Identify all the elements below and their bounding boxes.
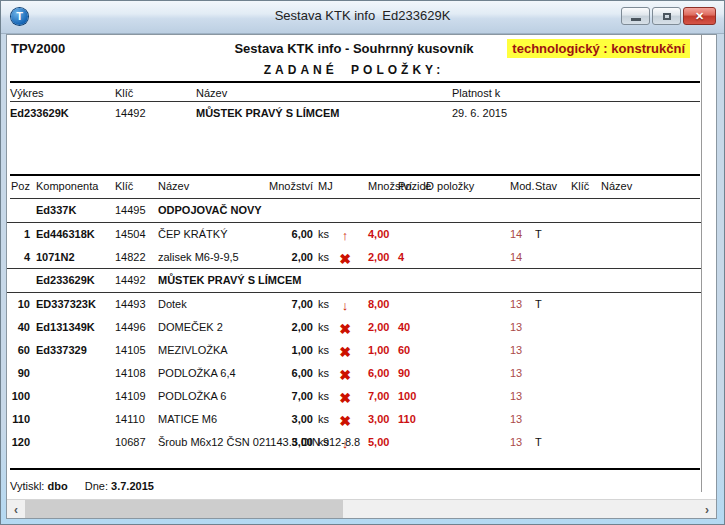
mj-value: ks	[318, 367, 329, 379]
komponenta-value: Ed446318K	[36, 228, 95, 240]
input-klic-value: 14492	[115, 107, 146, 119]
component-row[interactable]: 100141097,00ks7,0010013PODLOŽKA 6✖	[7, 385, 701, 408]
input-vykres-value: Ed233629K	[10, 107, 69, 119]
group-klic: 14492	[115, 274, 146, 286]
poz-value: 100	[8, 390, 30, 402]
nazev-value: ČEP KRÁTKÝ	[158, 228, 293, 241]
nazev-value: PODLOŽKA 6,4	[158, 367, 293, 380]
klic-value: 14105	[115, 344, 146, 356]
removed-icon: ✖	[334, 413, 356, 429]
group-nazev: ODPOJOVAČ NOVY	[158, 204, 262, 216]
scrollbar-track[interactable]	[343, 500, 698, 519]
mj-value: ks	[318, 344, 329, 356]
removed-icon: ✖	[334, 344, 356, 360]
removed-icon: ✖	[334, 251, 356, 267]
col-header-klic: Klíč	[115, 87, 133, 99]
group-klic: 14495	[115, 204, 146, 216]
print-info: Vytiskl: dbo Dne: 3.7.2015	[10, 480, 154, 492]
mod-value: 13	[510, 436, 522, 448]
stav-value: T	[535, 298, 542, 310]
increase-icon: ↑	[334, 228, 356, 243]
title-bar[interactable]: T Sestava KTK info Ed233629K ✕	[1, 1, 724, 34]
klic-value: 14109	[115, 390, 146, 402]
pozice-value: 40	[398, 321, 410, 333]
pozice-value: 100	[398, 390, 416, 402]
mj-value: ks	[318, 228, 329, 240]
component-row[interactable]: 1Ed446318K145046,00ks4,0014TČEP KRÁTKÝ↑	[7, 223, 701, 246]
main-table-body: Ed337K14495ODPOJOVAČ NOVY1Ed446318K14504…	[7, 199, 701, 471]
mnozstvi2-value: 2,00	[368, 321, 389, 333]
report-viewport: TPV2000 Sestava KTK info - Souhrnný kuso…	[6, 34, 717, 519]
main-col-header-11: Stav	[535, 180, 557, 192]
component-row[interactable]: 10ED337323K144937,00ks8,0013TDotek↓	[7, 293, 701, 316]
mod-value: 13	[510, 344, 522, 356]
divider-thick-main	[10, 174, 700, 176]
mnozstvi2-value: 4,00	[368, 228, 389, 240]
divider-thin	[10, 101, 700, 102]
nazev-value: Dotek	[158, 298, 293, 311]
app-window: T Sestava KTK info Ed233629K ✕ TPV2000 S…	[0, 0, 725, 525]
mnozstvi2-value: 6,00	[368, 367, 389, 379]
component-row[interactable]: 90141086,00ks6,009013PODLOŽKA 6,4✖	[7, 362, 701, 385]
komponenta-value: 1071N2	[36, 251, 75, 263]
pozice-value: 4	[398, 251, 404, 263]
component-row[interactable]: 120106873,00ks5,0013TŠroub M6x12 ČSN 021…	[7, 431, 701, 471]
komponenta-value: Ed131349K	[36, 321, 95, 333]
klic-value: 14110	[115, 413, 145, 425]
mod-value: 13	[510, 367, 522, 379]
window-frame: TPV2000 Sestava KTK info - Souhrnný kuso…	[1, 34, 724, 524]
mj-value: ks	[318, 413, 329, 425]
input-platnost-value: 29. 6. 2015	[452, 107, 507, 119]
vytiskl-value: dbo	[48, 480, 68, 492]
dne-label: Dne:	[85, 480, 108, 492]
klic-value: 14496	[115, 321, 146, 333]
mj-value: ks	[318, 321, 329, 333]
scroll-right-button[interactable]: ›	[698, 500, 716, 519]
component-row[interactable]: 41071N2148222,00ks2,00414zalisek M6-9-9,…	[7, 246, 701, 269]
mnozstvi2-value: 3,00	[368, 413, 389, 425]
minimize-icon	[631, 18, 641, 21]
col-header-vykres: Výkres	[10, 87, 44, 99]
poz-value: 10	[8, 298, 30, 310]
klic-value: 14108	[115, 367, 146, 379]
nazev-value: PODLOŽKA 6	[158, 390, 293, 403]
assembly-group-row[interactable]: Ed337K14495ODPOJOVAČ NOVY	[7, 199, 701, 223]
main-col-header-9: ID položky	[423, 180, 474, 192]
minimize-button[interactable]	[621, 7, 650, 25]
group-komponenta: Ed337K	[36, 204, 76, 216]
nazev-value: MATICE M6	[158, 413, 293, 426]
scrollbar-thumb[interactable]	[25, 500, 343, 519]
assembly-group-row[interactable]: Ed233629K14492MŮSTEK PRAVÝ S LÍMCEM	[7, 268, 701, 293]
poz-value: 40	[8, 321, 30, 333]
stav-value: T	[535, 228, 542, 240]
main-col-header-10: Mod.	[510, 180, 534, 192]
divider-thick-bottom	[10, 468, 700, 470]
mode-highlight-badge: technologický : konstrukční	[507, 39, 690, 58]
component-row[interactable]: 40Ed131349K144962,00ks2,004013DOMEČEK 2✖	[7, 316, 701, 339]
mnozstvi2-value: 1,00	[368, 344, 389, 356]
main-table-header-row: PozKomponentaKlíčNázevMnožstvíMJMnožství…	[7, 180, 701, 196]
horizontal-scrollbar[interactable]: ‹ ›	[7, 499, 716, 519]
main-col-header-5: Množství	[253, 180, 313, 192]
section-label: ZADANÉ POLOŽKY:	[7, 63, 701, 77]
close-icon: ✕	[695, 10, 704, 23]
komponenta-value: ED337323K	[36, 298, 96, 310]
component-row[interactable]: 60Ed337329141051,00ks1,006013MEZIVLOŽKA✖	[7, 339, 701, 362]
mj-value: ks	[318, 298, 329, 310]
report-page-edge	[701, 35, 702, 492]
close-button[interactable]: ✕	[683, 7, 716, 25]
maximize-button[interactable]	[652, 7, 681, 25]
poz-value: 90	[8, 367, 30, 379]
col-header-platnost: Platnost k	[452, 87, 500, 99]
poz-value: 110	[8, 413, 30, 425]
scroll-left-button[interactable]: ‹	[7, 500, 25, 519]
main-col-header-3: Klíč	[115, 180, 133, 192]
col-header-nazev: Název	[196, 87, 227, 99]
mnozstvi2-value: 2,00	[368, 251, 389, 263]
decrease-icon: ↓	[334, 298, 356, 313]
poz-value: 60	[8, 344, 30, 356]
mod-value: 13	[510, 321, 522, 333]
component-row[interactable]: 110141103,00ks3,0011013MATICE M6✖	[7, 408, 701, 431]
klic-value: 10687	[115, 436, 146, 448]
poz-value: 1	[8, 228, 30, 240]
